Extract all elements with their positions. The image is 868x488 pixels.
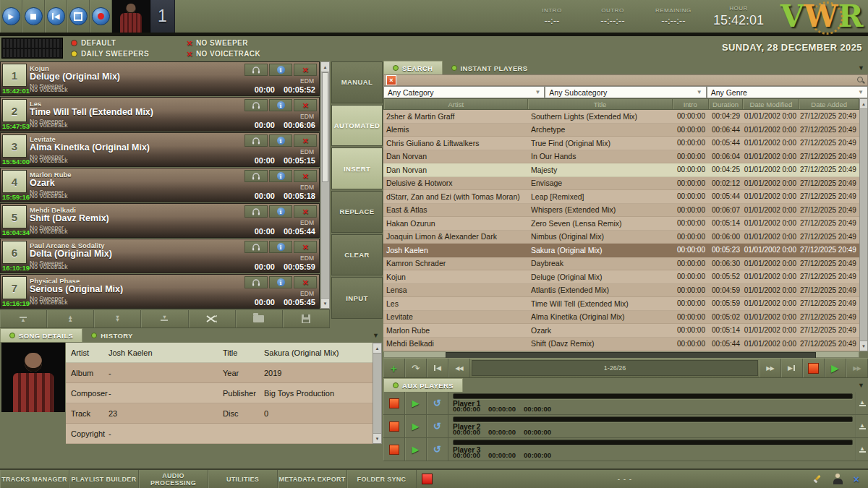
load-playlist-button[interactable] [236, 310, 283, 328]
search-icon[interactable] [856, 76, 865, 85]
bottom-bar-button[interactable]: FOLDER SYNC [347, 470, 417, 488]
tools-icon[interactable] [812, 474, 822, 484]
playlist-scrollbar[interactable]: ▲ ▼ [320, 61, 330, 309]
playlist-item-number[interactable]: 4 [2, 170, 27, 193]
preview-headphones-button[interactable] [244, 276, 268, 288]
save-playlist-button[interactable] [283, 310, 330, 328]
table-row[interactable]: Lensa Atlantis (Extended Mix) 00:00:00 0… [383, 284, 859, 298]
aux-play-button[interactable]: ▶ [405, 392, 427, 414]
playlist-item[interactable]: 1 15:42:01 Kojun Deluge (Original Mix) N… [0, 61, 320, 96]
column-header-date-modified[interactable]: Date Modified [743, 99, 799, 109]
table-row[interactable]: Chris Giuliano & Liftwalkers True Find (… [383, 137, 859, 150]
remove-item-button[interactable]: × [294, 134, 317, 147]
table-row[interactable]: Kamron Schrader Daybreak 00:00:00 00:06:… [383, 257, 859, 271]
playlist-item[interactable]: 4 15:59:16 Marlon Rube Ozark No Sweeper … [0, 168, 320, 202]
aux-stop-button[interactable] [383, 392, 405, 414]
aux-loop-button[interactable]: ↺ [427, 392, 448, 414]
mode-button[interactable]: AUTOMATED [331, 105, 383, 147]
aux-progress-bar[interactable] [453, 440, 853, 445]
record-button[interactable] [92, 7, 110, 25]
scroll-down-arrow[interactable]: ▼ [860, 341, 867, 351]
aux-play-button[interactable]: ▶ [405, 415, 427, 437]
move-to-top-button[interactable]: ▲ [0, 310, 47, 328]
search-bar[interactable]: × [383, 74, 868, 86]
playlist-item-number[interactable]: 2 [2, 99, 27, 122]
playlist-item[interactable]: 6 16:10:19 Paul Arcane & Sodality Delta … [0, 239, 320, 273]
info-button[interactable]: i [269, 276, 292, 288]
aux-eject-button[interactable]: ▲ [856, 392, 868, 414]
table-row[interactable]: Delusive & Hotworx Envisage 00:00:00 00:… [383, 177, 859, 191]
column-header-title[interactable]: Title [528, 99, 672, 109]
aux-progress-bar[interactable] [453, 393, 853, 399]
table-row[interactable]: Les Time Will Tell (Extended Mix) 00:00:… [383, 297, 859, 311]
shuffle-button[interactable] [189, 310, 236, 328]
table-row[interactable]: Alemis Archetype 00:00:00 00:06:44 01/01… [383, 124, 859, 137]
collapse-panel-icon[interactable]: ▼ [373, 332, 379, 339]
playlist-item[interactable]: 3 15:54:00 Levitate Alma Kinetika (Origi… [0, 132, 320, 167]
stop-all-button[interactable] [69, 7, 88, 25]
preview-headphones-button[interactable] [244, 134, 268, 147]
info-button[interactable]: i [269, 241, 292, 253]
info-button[interactable]: i [269, 170, 292, 182]
aux-stop-button[interactable] [383, 438, 405, 461]
bottom-bar-button[interactable]: TRACKS MANAGER [0, 470, 69, 488]
aux-loop-button[interactable]: ↺ [427, 415, 448, 437]
table-row[interactable]: East & Atlas Whispers (Extended Mix) 00:… [383, 204, 859, 218]
table-row[interactable]: Hakan Ozurun Zero Seven (Lensa Remix) 00… [383, 217, 859, 231]
remove-item-button[interactable]: × [294, 64, 317, 76]
play-button[interactable]: ▶ [2, 7, 20, 25]
table-row[interactable]: Levitate Alma Kinetika (Original Mix) 00… [383, 311, 859, 325]
playlist-item-number[interactable]: 6 [2, 241, 27, 264]
preview-play-button[interactable]: ▶ [825, 359, 846, 377]
tab-aux-players[interactable]: AUX PLAYERS [383, 378, 463, 392]
results-scrollbar[interactable]: ▲ ▼ [859, 98, 868, 351]
playlist-item[interactable]: 2 15:47:53 Les Time Will Tell (Extended … [0, 97, 320, 132]
remove-item-button[interactable]: × [294, 99, 317, 111]
skip-button[interactable]: ▶▶ [846, 359, 868, 377]
playlist-item-number[interactable]: 3 [2, 134, 27, 158]
table-row[interactable]: 2sher & Martin Graff Southern Lights (Ex… [383, 110, 859, 124]
preview-headphones-button[interactable] [244, 64, 268, 76]
scroll-down-arrow[interactable]: ▼ [373, 433, 381, 443]
mode-button[interactable]: INSERT [331, 147, 383, 189]
user-icon[interactable] [833, 474, 843, 484]
crossed-tools-icon[interactable]: × [854, 474, 859, 485]
move-down-button[interactable]: ▼▼ [94, 310, 141, 328]
bottom-bar-button[interactable]: AUDIO PROCESSING [139, 470, 208, 488]
scrollbar-thumb[interactable] [322, 72, 328, 182]
column-header-date-added[interactable]: Date Added [799, 99, 859, 109]
filter-dropdown[interactable]: Any Category ▼ [383, 86, 545, 98]
tab-instant-players[interactable]: INSTANT PLAYERS [443, 61, 537, 74]
clear-search-button[interactable]: × [386, 75, 396, 85]
table-row[interactable]: Marlon Rube Ozark 00:00:00 00:05:14 01/0… [383, 324, 859, 338]
collapse-panel-icon[interactable]: ▼ [858, 64, 864, 72]
aux-play-button[interactable]: ▶ [405, 438, 427, 461]
playlist-item-number[interactable]: 5 [2, 205, 27, 228]
preview-headphones-button[interactable] [244, 205, 268, 218]
aux-eject-button[interactable]: ▲ [856, 415, 868, 437]
playlist-item-number[interactable]: 7 [2, 276, 27, 299]
column-header-intro[interactable]: Intro [673, 99, 709, 109]
bottom-bar-button[interactable]: UTILITIES [208, 470, 278, 488]
first-page-button[interactable]: ◀ [427, 359, 448, 377]
move-to-bottom-button[interactable]: ▼ [141, 310, 188, 328]
playlist-item-number[interactable]: 1 [2, 64, 27, 87]
info-button[interactable]: i [269, 99, 292, 111]
mode-button[interactable]: INPUT [331, 277, 383, 319]
column-header-artist[interactable]: Artist [384, 99, 528, 109]
table-row[interactable]: Joaquin Limon & Alexander Dark Nimbus (O… [383, 231, 859, 244]
collapse-panel-icon[interactable]: ▼ [858, 382, 864, 389]
scroll-up-arrow[interactable]: ▲ [373, 343, 381, 354]
refresh-button[interactable]: ↷ [405, 359, 427, 377]
skip-back-button[interactable]: ◀ [47, 7, 65, 25]
preview-stop-button[interactable] [803, 359, 825, 377]
table-row[interactable]: Josh Kaelen Sakura (Original Mix) 00:00:… [383, 244, 859, 257]
table-row[interactable]: Mehdi Belkadi Shift (Davz Remix) 00:00:0… [383, 338, 859, 351]
aux-stop-button[interactable] [383, 415, 405, 437]
scroll-down-arrow[interactable]: ▼ [321, 298, 329, 308]
preview-headphones-button[interactable] [244, 99, 268, 111]
info-button[interactable]: i [269, 205, 292, 218]
playlist-item[interactable]: 5 16:04:34 Mehdi Belkadi Shift (Davz Rem… [0, 203, 320, 238]
details-scrollbar[interactable]: ▲ ▼ [373, 343, 382, 444]
remove-item-button[interactable]: × [294, 205, 317, 218]
